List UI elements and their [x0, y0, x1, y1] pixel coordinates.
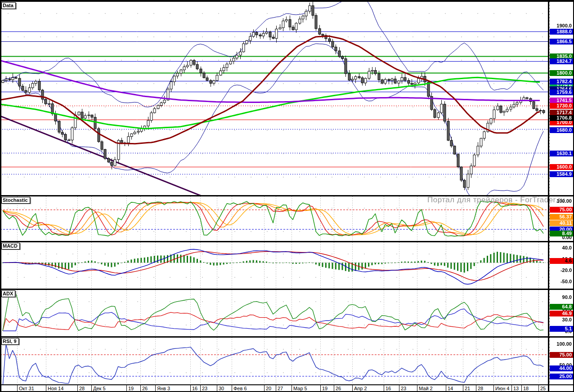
scale-label: 1800.0	[550, 70, 573, 76]
scale-label: 5.1	[550, 326, 573, 332]
panel-tab-macd[interactable]: MACD	[1, 243, 20, 249]
scale-label: 56.37	[550, 214, 573, 220]
scale-label: 1900.0	[550, 23, 573, 29]
panel-separator	[0, 289, 574, 290]
price-chart-canvas[interactable]	[0, 2, 548, 195]
scale-label: 1888.0	[550, 29, 573, 35]
scale-label: 8.49	[550, 231, 573, 236]
adx-panel-canvas[interactable]	[0, 290, 548, 336]
scale-label: 25.00	[550, 374, 573, 379]
scale-label: 46.9	[550, 311, 573, 316]
trading-chart-window: Data Stochastic MACD ADX RSI, 9 Портал д…	[0, 0, 574, 392]
macd-panel-canvas[interactable]	[0, 242, 548, 289]
scale-label: 1600.0	[550, 164, 573, 170]
scale-label: 1866.5	[550, 39, 573, 45]
scale-label: 1782.4	[550, 79, 573, 85]
scale-label: 1824.7	[550, 58, 573, 64]
panel-tab-adx[interactable]: ADX	[1, 290, 15, 297]
scale-label: 64.8	[550, 304, 573, 310]
scale-label: 1759.6	[550, 89, 573, 95]
window-border-top	[0, 0, 574, 2]
scale-label: -50.0	[550, 279, 573, 285]
scale-label: 1630.1	[550, 151, 573, 156]
panel-tab-data[interactable]: Data	[1, 2, 16, 9]
scale-label: 1706.8	[550, 115, 573, 121]
scale-label: 90.0	[550, 294, 573, 300]
scale-label: -20.0	[550, 267, 573, 273]
scale-label: 4.6	[550, 258, 573, 264]
scale-label: 1680.0	[550, 127, 573, 133]
watermark-text: Портал для трейдеров - ForTrader.ru	[427, 196, 565, 205]
panel-separator	[0, 195, 574, 196]
panel-tab-rsi[interactable]: RSI, 9	[1, 338, 19, 345]
rsi-panel-canvas[interactable]	[0, 338, 548, 384]
panel-tab-stochastic[interactable]: Stochastic	[1, 197, 30, 204]
panel-separator	[0, 336, 574, 338]
scale-label: 100.00	[550, 341, 573, 347]
scale-label: 100.00	[550, 198, 573, 204]
scale-divider	[548, 0, 549, 392]
scale-label: 1584.9	[550, 171, 573, 177]
scale-label: 1730.0	[550, 103, 573, 109]
scale-label: 40.0	[550, 245, 573, 251]
scale-label: 75.00	[550, 352, 573, 358]
scale-label: 44.00	[550, 365, 573, 371]
scale-label: 40.11	[550, 220, 573, 226]
window-border-left	[0, 0, 1, 392]
scale-label: 30.0	[550, 317, 573, 323]
scale-label: 75.00	[550, 207, 573, 213]
panel-separator	[0, 241, 574, 242]
